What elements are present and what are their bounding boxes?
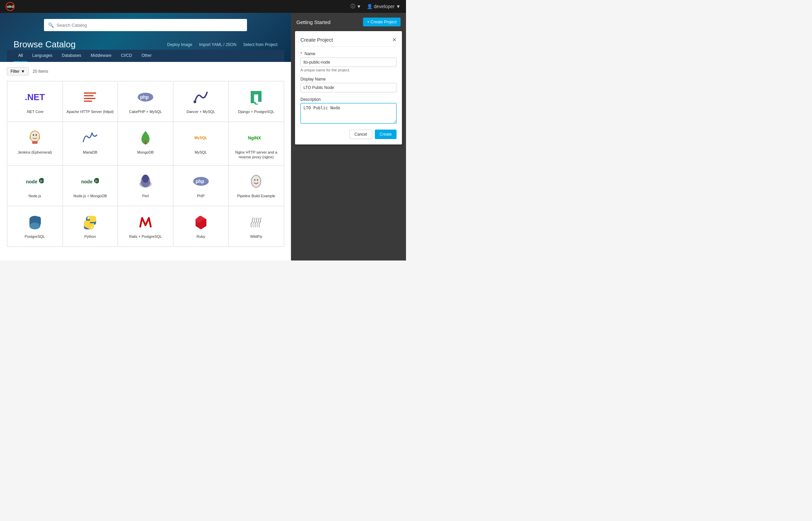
dialog-title: Create Project <box>300 37 333 43</box>
svg-point-13 <box>33 134 34 136</box>
catalog-item-wildfly[interactable]: WildFly <box>228 206 284 247</box>
svg-rect-15 <box>32 141 38 144</box>
catalog-item-icon-mongodb <box>137 129 154 146</box>
import-yaml-link[interactable]: Import YAML / JSON <box>199 42 236 47</box>
catalog-item-postgresql[interactable]: PostgreSQL <box>7 206 63 247</box>
catalog-item-python[interactable]: Python <box>63 206 118 247</box>
getting-started-header: Getting Started + Create Project <box>291 13 406 31</box>
logo[interactable]: okd <box>5 2 15 11</box>
catalog-item-label-wildfly: WildFly <box>250 234 262 239</box>
description-textarea[interactable] <box>300 103 397 123</box>
svg-point-26 <box>142 175 149 183</box>
catalog-item-nodejs-mongodb[interactable]: nodejsNode.js + MongoDB <box>63 165 118 206</box>
select-from-project-link[interactable]: Select from Project <box>243 42 277 47</box>
cancel-button[interactable]: Cancel <box>349 130 372 139</box>
svg-point-31 <box>257 179 258 181</box>
catalog-item-icon-postgresql <box>26 213 44 231</box>
catalog-item-nginx[interactable]: NgiNXNginx HTTP server and a reverse pro… <box>228 122 284 165</box>
items-count: 20 Items <box>33 69 48 74</box>
tab-all[interactable]: All <box>14 50 27 62</box>
dialog-close-button[interactable]: ✕ <box>392 37 397 43</box>
catalog-item-icon-rails-postgres <box>137 213 154 231</box>
catalog-item-mariadb[interactable]: MariaDB <box>63 122 118 165</box>
user-menu[interactable]: 👤 developer ▼ <box>367 4 401 9</box>
catalog-item-label-net-core: .NET Core <box>26 109 44 114</box>
topnav-right: ⓘ ▼ 👤 developer ▼ <box>351 3 401 9</box>
search-input[interactable] <box>57 23 243 28</box>
catalog-content: Filter ▼ 20 Items .NET.NET CoreApache HT… <box>0 62 291 252</box>
filter-button[interactable]: Filter ▼ <box>7 67 29 75</box>
catalog-item-label-dancer-mysql: Dancer + MySQL <box>186 109 215 114</box>
catalog-item-ruby[interactable]: Ruby <box>173 206 229 247</box>
svg-text:node: node <box>26 179 38 184</box>
svg-rect-10 <box>251 91 262 94</box>
catalog-grid: .NET.NET CoreApache HTTP Server (httpd)p… <box>7 81 284 247</box>
name-hint: A unique name for the project. <box>300 68 397 72</box>
svg-point-8 <box>194 100 196 103</box>
catalog-item-net-core[interactable]: .NET.NET Core <box>7 81 63 122</box>
search-icon: 🔍 <box>48 22 54 28</box>
tab-languages[interactable]: Languages <box>27 50 57 62</box>
create-project-header-button[interactable]: + Create Project <box>363 18 401 26</box>
catalog-item-jenkins-ephemeral[interactable]: Jenkins (Ephemeral) <box>7 122 63 165</box>
catalog-item-icon-mariadb <box>81 129 99 146</box>
name-input[interactable] <box>300 58 397 67</box>
catalog-item-perl[interactable]: Perl <box>118 165 173 206</box>
create-button[interactable]: Create <box>375 130 397 139</box>
catalog-item-icon-python <box>81 213 99 231</box>
catalog-item-icon-nginx: NgiNX <box>247 129 265 146</box>
description-field-group: Description <box>300 97 397 125</box>
user-icon: 👤 <box>367 4 373 9</box>
catalog-item-apache-http[interactable]: Apache HTTP Server (httpd) <box>63 81 118 122</box>
display-name-input[interactable] <box>300 83 397 92</box>
catalog-item-cakephp-mysql[interactable]: phpCakePHP + MySQL <box>118 81 173 122</box>
catalog-item-label-nginx: Nginx HTTP server and a reverse proxy (n… <box>232 150 280 160</box>
catalog-item-mongodb[interactable]: MongoDB <box>118 122 173 165</box>
catalog-item-pipeline-build[interactable]: Pipeline Build Example <box>228 165 284 206</box>
tab-cicd[interactable]: CI/CD <box>116 50 137 62</box>
catalog-tabs: All Languages Databases Middleware CI/CD… <box>7 50 284 62</box>
page-title: Browse Catalog <box>14 39 76 50</box>
catalog-item-mysql[interactable]: MySQLMySQL <box>173 122 229 165</box>
svg-text:okd: okd <box>7 4 14 8</box>
catalog-item-rails-postgres[interactable]: Rails + PostgreSQL <box>118 206 173 247</box>
catalog-item-icon-ruby <box>192 213 210 231</box>
description-label: Description <box>300 97 397 102</box>
catalog-item-icon-pipeline-build <box>247 173 265 190</box>
catalog-item-dancer-mysql[interactable]: Dancer + MySQL <box>173 81 229 122</box>
display-name-field-group: Display Name <box>300 77 397 92</box>
tab-middleware[interactable]: Middleware <box>86 50 116 62</box>
tab-other[interactable]: Other <box>137 50 156 62</box>
deploy-image-link[interactable]: Deploy Image <box>167 42 192 47</box>
help-chevron: ▼ <box>357 4 361 9</box>
catalog-item-label-mongodb: MongoDB <box>137 150 154 155</box>
svg-point-29 <box>251 175 261 187</box>
catalog-item-php[interactable]: phpPHP <box>173 165 229 206</box>
dialog-header: Create Project ✕ <box>300 37 397 47</box>
browse-header: Browse Catalog Deploy Image Import YAML … <box>7 36 284 50</box>
catalog-item-label-mariadb: MariaDB <box>83 150 97 155</box>
svg-text:php: php <box>196 179 204 184</box>
catalog-item-icon-django-postgres <box>247 88 265 106</box>
okd-logo-icon: okd <box>5 2 15 11</box>
svg-point-30 <box>254 179 255 181</box>
catalog-item-django-postgres[interactable]: Django + PostgreSQL <box>228 81 284 122</box>
catalog-item-icon-mysql: MySQL <box>192 129 210 146</box>
catalog-item-label-django-postgres: Django + PostgreSQL <box>238 109 274 114</box>
catalog-item-label-cakephp-mysql: CakePHP + MySQL <box>129 109 162 114</box>
filter-row: Filter ▼ 20 Items <box>7 67 284 75</box>
svg-point-35 <box>88 217 89 219</box>
right-panel: Getting Started + Create Project Create … <box>291 13 406 260</box>
svg-point-12 <box>30 131 40 142</box>
catalog-item-label-php: PHP <box>197 194 205 198</box>
help-icon: ⓘ <box>351 3 355 9</box>
tab-databases[interactable]: Databases <box>57 50 86 62</box>
catalog-item-icon-net-core: .NET <box>26 88 44 106</box>
catalog-item-icon-nodejs-mongodb: nodejs <box>81 173 99 190</box>
svg-point-34 <box>29 223 40 229</box>
help-button[interactable]: ⓘ ▼ <box>351 3 361 9</box>
catalog-item-label-postgresql: PostgreSQL <box>25 234 45 239</box>
catalog-item-nodejs[interactable]: nodejsNode.js <box>7 165 63 206</box>
svg-rect-11 <box>258 94 262 102</box>
dialog-actions: Cancel Create <box>300 130 397 139</box>
